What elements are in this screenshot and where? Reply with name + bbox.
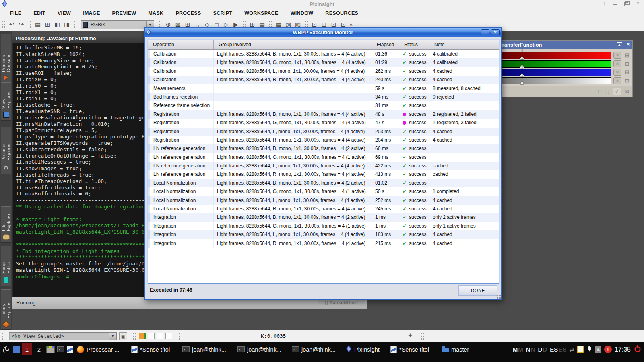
statusbar-grip[interactable] — [2, 333, 4, 340]
redo-icon[interactable]: ↷ — [17, 21, 26, 28]
iconize-image-icon[interactable]: ◨ — [62, 21, 72, 28]
col-note[interactable]: Note — [429, 40, 499, 49]
menu-item-window[interactable]: WINDOW — [285, 8, 320, 19]
menu-item-preview[interactable]: PREVIEW — [106, 8, 142, 19]
channel-selector-dropdown[interactable]: RGB/K▼ — [81, 20, 154, 29]
table-row[interactable]: Local Normalization Light frames, 8288x5… — [148, 205, 499, 213]
archive-icon[interactable] — [46, 343, 55, 355]
workspace-button-1[interactable]: 1 — [22, 343, 32, 355]
restore-icon[interactable] — [624, 1, 630, 6]
table-row[interactable]: Calibration Light frames, 8288x5644, R, … — [148, 76, 499, 84]
duplicate-view-button[interactable]: ▣ — [119, 332, 127, 340]
notifications-bell-icon[interactable] — [586, 346, 592, 354]
sidebar-tab-process-console[interactable]: Process Console — [1, 34, 11, 83]
table-row[interactable]: Integration Light frames, 8288x5644, L, … — [148, 230, 499, 239]
toolbar-overflow-icon[interactable]: » — [350, 22, 353, 28]
taskbar-task-joan-think-[interactable]: ›joan@think... — [236, 343, 288, 355]
col-elapsed[interactable]: Elapsed — [372, 40, 399, 49]
view-selector[interactable]: <No View Selected> ▼ — [9, 332, 117, 340]
taskbar-task-pixinsight[interactable]: PixInsight — [345, 343, 387, 355]
close-icon[interactable]: ✕ — [491, 29, 500, 35]
col-status[interactable]: Status — [399, 40, 429, 49]
sidebar-tab-history-explorer[interactable]: History Explorer — [1, 289, 11, 330]
pixinsight-doc-icon[interactable] — [67, 343, 73, 355]
table-row[interactable]: Calibration Light frames, 8288x5644, L, … — [148, 67, 499, 76]
sidebar-tab-process-explorer[interactable]: Process Explorer⚙ — [1, 127, 11, 174]
table-row[interactable]: LN reference generation Light frames, 82… — [148, 170, 499, 179]
table-row[interactable]: LN reference generation Light frames, 82… — [148, 144, 499, 153]
menu-item-image[interactable]: IMAGE — [77, 8, 106, 19]
pin-icon[interactable]: ▴ — [617, 42, 622, 47]
browse-documentation-icon[interactable]: ▢ — [605, 88, 609, 95]
taskbar-task--sense-t-tol[interactable]: *Sense títol — [389, 343, 438, 355]
menu-item-file[interactable]: FILE — [4, 8, 27, 19]
target-icon[interactable]: ⊞ — [623, 69, 631, 75]
channel-reset-icon[interactable]: × — [613, 60, 621, 67]
table-row[interactable]: Local Normalization Light frames, 8288x5… — [148, 179, 499, 187]
col-operation[interactable]: Operation — [148, 40, 214, 49]
workspace-swatch-4[interactable] — [165, 333, 172, 339]
sidebar-tab-file-explorer[interactable]: File Explorer — [1, 206, 11, 243]
table-row[interactable]: Integration Light frames, 8288x5644, R, … — [148, 239, 499, 248]
channel-reset-icon[interactable]: × — [613, 69, 621, 76]
undo-icon[interactable]: ↶ — [7, 21, 17, 28]
workspace-swatch-1[interactable] — [139, 333, 146, 339]
table-row[interactable]: Local Normalization Light frames, 8288x5… — [148, 187, 499, 196]
workspace-swatch-3[interactable] — [157, 333, 163, 339]
new-preview-icon[interactable]: ⊞ — [43, 21, 52, 28]
channel-reset-icon[interactable]: × — [613, 52, 621, 59]
minimize-icon[interactable] — [613, 1, 618, 6]
chevron-down-icon[interactable]: ▼ — [109, 333, 116, 340]
volume-icon[interactable] — [595, 346, 601, 353]
target-icon[interactable]: ⊞ — [623, 52, 631, 58]
table-row[interactable]: LN reference generation Light frames, 82… — [148, 153, 499, 162]
table-row[interactable]: Integration Light frames, 8288x5644, B, … — [148, 213, 499, 222]
table-row[interactable]: Registration Light frames, 8288x5644, R,… — [148, 136, 499, 144]
table-row[interactable]: Calibration Light frames, 8288x5644, B, … — [148, 50, 499, 58]
workspace-button-2[interactable]: 2 — [34, 343, 44, 355]
table-row[interactable]: Registration Light frames, 8288x5644, L,… — [148, 128, 499, 136]
toolbar-grip[interactable] — [74, 21, 76, 29]
taskbar-task-master[interactable]: master — [441, 343, 473, 355]
stf-title[interactable]: ScreenTransferFunction ▴ × — [479, 41, 632, 49]
dialog-titlebar[interactable]: WBPP Execution Monitor ↑ ✕ — [145, 28, 501, 37]
table-row[interactable]: Integration Light frames, 8288x5644, G, … — [148, 222, 499, 230]
reset-icon[interactable]: ⊠ — [625, 88, 629, 95]
rect-selection-icon[interactable]: □ — [212, 21, 221, 28]
menu-item-resources[interactable]: RESOURCES — [319, 8, 364, 19]
shade-icon[interactable]: ↑ — [481, 29, 489, 35]
table-row[interactable]: Bad frames rejection 34 ms ✓success 0 re… — [148, 93, 499, 101]
statusbar-grip[interactable] — [421, 333, 424, 340]
taskbar-task--sense-t-tol[interactable]: *Sense títol — [130, 343, 179, 355]
duplicate-image-icon[interactable]: ◧ — [52, 21, 62, 28]
table-row[interactable]: Local Normalization Light frames, 8288x5… — [148, 196, 499, 205]
menu-item-mask[interactable]: MASK — [142, 8, 169, 19]
taskbar-task-joan-think-[interactable]: ›joan@think... — [291, 343, 342, 355]
menu-item-process[interactable]: PROCESS — [169, 8, 207, 19]
workspace-swatch-2[interactable] — [148, 333, 155, 339]
shade-icon[interactable]: ↑ — [601, 1, 607, 6]
clipboard-icon[interactable] — [577, 346, 584, 353]
table-row[interactable]: Calibration Light frames, 8288x5644, G, … — [148, 58, 499, 67]
toolbar-grip[interactable] — [2, 21, 5, 29]
taskbar-task-processar-[interactable]: Processar ... — [76, 343, 128, 355]
table-row[interactable]: Reference frame selection 31 ms ✓success — [148, 101, 499, 110]
table-row[interactable]: Measurements 59 s ✓success 8 measured, 8… — [148, 84, 499, 93]
sidebar-tab-script-editor[interactable]: Script Editor — [1, 246, 11, 286]
close-icon[interactable]: × — [627, 42, 630, 47]
iconified-window-icon[interactable] — [13, 343, 20, 355]
sidebar-tab-view-explorer[interactable]: View Explorer — [1, 82, 11, 121]
done-button[interactable]: DONE — [459, 286, 497, 295]
menu-item-workspace[interactable]: WORKSPACE — [238, 8, 284, 19]
apply-check-icon[interactable]: ✓ — [613, 88, 621, 95]
new-instance-icon[interactable]: □ — [598, 88, 601, 95]
table-row[interactable]: Registration Light frames, 8288x5644, G,… — [148, 119, 499, 127]
resize-grip[interactable] — [497, 295, 501, 299]
screen-icon[interactable]: ⊡ — [623, 78, 631, 84]
input-switch-icon[interactable]: ⇄ — [569, 346, 574, 353]
col-group-involved[interactable]: Group involved — [214, 40, 372, 49]
alert-icon[interactable]: ! — [604, 346, 612, 353]
table-row[interactable]: LN reference generation Light frames, 82… — [148, 162, 499, 170]
statusbar-grip[interactable] — [133, 333, 136, 340]
target-icon[interactable]: ⊞ — [623, 61, 631, 67]
